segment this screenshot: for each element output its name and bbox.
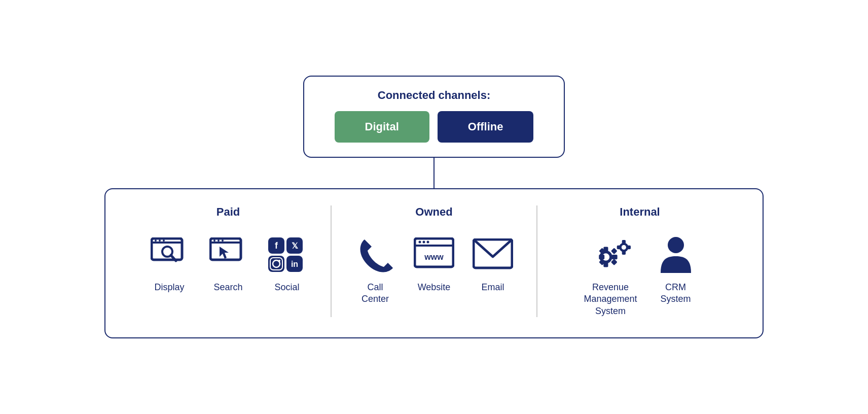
svg-point-4 (155, 239, 157, 242)
website-label: Website (418, 282, 451, 293)
svg-point-6 (163, 239, 165, 242)
svg-point-19 (278, 260, 280, 262)
connected-channels-title: Connected channels: (378, 89, 490, 102)
offline-button[interactable]: Offline (438, 111, 534, 143)
svg-point-27 (423, 240, 425, 243)
revenue-management-icon: $ (585, 235, 636, 275)
paid-section-title: Paid (216, 205, 240, 219)
owned-section: Owned CallCenter (342, 205, 526, 305)
paid-section-items: Display (149, 235, 307, 293)
svg-rect-39 (611, 259, 618, 266)
social-item: f 𝕏 in (267, 235, 307, 293)
revenue-management-item: $ RevenueManagementSystem (584, 235, 637, 317)
search-item: Search (208, 235, 248, 293)
website-item: www Website (414, 235, 454, 293)
internal-section-title: Internal (620, 205, 660, 219)
channel-buttons: Digital Offline (335, 111, 534, 143)
owned-section-items: CallCenter www (355, 235, 513, 305)
call-center-label: CallCenter (361, 282, 389, 305)
bottom-box: Paid (104, 188, 764, 338)
owned-section-title: Owned (415, 205, 452, 219)
search-icon (208, 235, 248, 275)
svg-point-11 (222, 239, 224, 242)
svg-marker-12 (220, 247, 229, 259)
svg-point-10 (218, 239, 220, 242)
email-icon (473, 235, 513, 275)
internal-section: Internal (548, 205, 732, 317)
website-icon: www (414, 235, 454, 275)
svg-rect-45 (627, 246, 631, 249)
social-icon: f 𝕏 in (267, 235, 307, 275)
social-label: Social (274, 282, 299, 293)
svg-rect-34 (599, 255, 604, 259)
paid-owned-divider (331, 205, 332, 317)
svg-text:𝕏: 𝕏 (291, 242, 298, 250)
svg-text:f: f (275, 240, 278, 251)
svg-point-5 (159, 239, 161, 242)
top-box: Connected channels: Digital Offline (303, 76, 565, 158)
crm-system-item: CRMSystem (656, 235, 696, 305)
paid-section: Paid (136, 205, 320, 293)
revenue-management-label: RevenueManagementSystem (584, 282, 637, 317)
svg-text:$: $ (622, 245, 625, 251)
call-center-item: CallCenter (355, 235, 395, 305)
svg-rect-35 (612, 255, 618, 259)
connector-line (433, 158, 435, 188)
display-item: Display (149, 235, 190, 293)
display-icon (149, 235, 190, 275)
svg-point-47 (668, 237, 684, 253)
svg-rect-43 (622, 251, 626, 255)
email-item: Email (473, 235, 513, 293)
display-label: Display (154, 282, 184, 293)
search-label: Search (213, 282, 242, 293)
internal-section-items: $ RevenueManagementSystem (584, 235, 696, 317)
diagram-container: Connected channels: Digital Offline Paid (0, 55, 868, 359)
svg-point-28 (427, 240, 429, 243)
svg-rect-44 (617, 246, 621, 249)
svg-rect-37 (611, 248, 618, 255)
svg-rect-42 (622, 240, 626, 244)
digital-button[interactable]: Digital (335, 111, 429, 143)
svg-point-26 (419, 240, 421, 243)
email-label: Email (481, 282, 504, 293)
svg-text:in: in (291, 260, 298, 268)
svg-text:www: www (424, 253, 444, 261)
svg-point-9 (213, 239, 215, 242)
crm-system-label: CRMSystem (661, 282, 691, 305)
call-center-icon (355, 235, 395, 275)
crm-system-icon (656, 235, 696, 275)
owned-internal-divider (536, 205, 537, 317)
